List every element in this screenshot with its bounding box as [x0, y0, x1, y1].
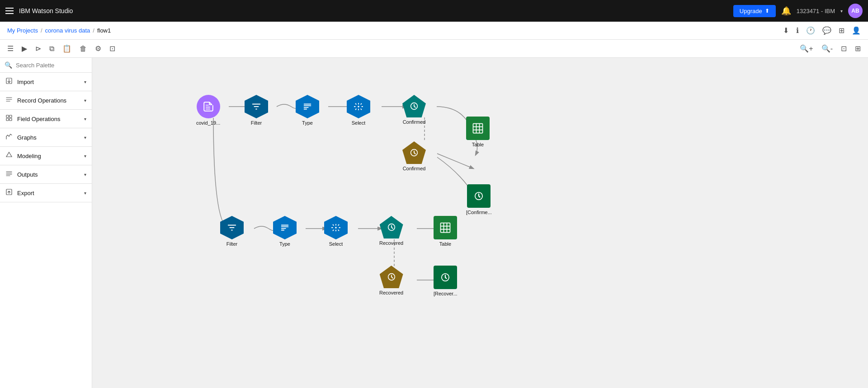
sidebar-field-ops-header[interactable]: Field Operations ▾	[0, 110, 92, 128]
node-recovered2-label: Recovered	[379, 290, 403, 295]
sidebar-section-export: Export ▾	[0, 184, 92, 202]
notification-icon[interactable]: 🔔	[781, 6, 791, 16]
sidebar-section-record-ops: Record Operations ▾	[0, 91, 92, 110]
sidebar-graphs-header[interactable]: Graphs ▾	[0, 128, 92, 146]
graphs-icon	[5, 133, 13, 142]
sidebar-import-header[interactable]: Import ▾	[0, 73, 92, 91]
node-recovered-output[interactable]: [Recover...	[434, 266, 458, 296]
user-settings-icon[interactable]: 👤	[852, 26, 861, 35]
breadcrumb-sep2: /	[93, 27, 94, 34]
toolbar: ☰ ▶ ⊳ ⧉ 📋 🗑 ⚙ ⊡ 🔍+ 🔍- ⊡ ⊞	[0, 40, 868, 58]
toolbar-preview-button[interactable]: ⊡	[106, 42, 119, 56]
import-label: Import	[17, 79, 80, 85]
upgrade-arrow-icon: ⬆	[765, 8, 769, 14]
node-select2[interactable]: Select	[324, 216, 348, 247]
svg-rect-2	[9, 115, 12, 117]
node-filter1-label: Filter	[251, 120, 262, 126]
toolbar-right: 🔍+ 🔍- ⊡ ⊞	[796, 42, 864, 56]
breadcrumb-actions: ⬇ ℹ 🕐 💬 ⊞ 👤	[783, 26, 861, 35]
svg-rect-25	[441, 223, 450, 233]
toolbar-side-panel-toggle[interactable]: ☰	[4, 42, 17, 56]
export-label: Export	[17, 190, 80, 196]
svg-rect-3	[6, 118, 9, 121]
node-filter2[interactable]: Filter	[220, 216, 244, 247]
zoom-out-button[interactable]: 🔍-	[818, 42, 836, 56]
toolbar-paste-button[interactable]: 📋	[59, 42, 75, 56]
canvas-area[interactable]: covid_19... Filter Type Select	[92, 58, 868, 388]
user-avatar[interactable]: AB	[848, 4, 863, 18]
toggle-view-button[interactable]: ⊞	[851, 42, 864, 56]
sidebar-outputs-header[interactable]: Outputs ▾	[0, 165, 92, 183]
node-confirmed-output-label: [Confirme...	[466, 210, 492, 215]
toolbar-copy-button[interactable]: ⧉	[46, 42, 58, 56]
sidebar-section-modeling: Modeling ▾	[0, 147, 92, 165]
outputs-label: Outputs	[17, 171, 80, 178]
search-palette-container: 🔍	[0, 58, 92, 73]
node-covid19[interactable]: covid_19...	[196, 95, 220, 126]
modeling-icon	[5, 151, 13, 160]
node-table2[interactable]: Table	[434, 216, 457, 247]
field-ops-icon	[5, 114, 13, 123]
node-confirmed1[interactable]: Confirmed	[402, 95, 426, 125]
collaborate-icon[interactable]: ⊞	[839, 26, 844, 35]
account-dropdown-icon[interactable]: ▾	[840, 9, 843, 14]
record-ops-caret-icon: ▾	[84, 98, 86, 103]
toolbar-delete-button[interactable]: 🗑	[76, 42, 90, 56]
node-recovered1[interactable]: Recovered	[379, 216, 403, 246]
sidebar-record-ops-header[interactable]: Record Operations ▾	[0, 91, 92, 109]
toolbar-run-selected-button[interactable]: ⊳	[32, 42, 45, 56]
node-select1[interactable]: Select	[347, 95, 370, 126]
node-filter2-label: Filter	[226, 241, 237, 247]
sidebar-modeling-header[interactable]: Modeling ▾	[0, 147, 92, 165]
outputs-caret-icon: ▾	[84, 172, 86, 177]
comment-icon[interactable]: 💬	[822, 26, 831, 35]
svg-rect-4	[9, 118, 12, 121]
breadcrumb-sep1: /	[41, 27, 42, 34]
sidebar-section-outputs: Outputs ▾	[0, 165, 92, 184]
sidebar-section-graphs: Graphs ▾	[0, 128, 92, 147]
info-icon[interactable]: ℹ	[796, 26, 799, 35]
node-table1-label: Table	[472, 142, 484, 147]
toolbar-run-button[interactable]: ▶	[18, 42, 31, 56]
graphs-caret-icon: ▾	[84, 135, 86, 140]
breadcrumb-dataset-link[interactable]: corona virus data	[45, 27, 90, 34]
zoom-in-button[interactable]: 🔍+	[796, 42, 816, 56]
sidebar-export-header[interactable]: Export ▾	[0, 184, 92, 202]
topnav-right-section: Upgrade ⬆ 🔔 1323471 - IBM ▾ AB	[733, 4, 863, 18]
node-confirmed-output[interactable]: [Confirme...	[466, 184, 492, 215]
outputs-icon	[5, 170, 13, 179]
node-recovered2[interactable]: Recovered	[379, 266, 403, 295]
svg-point-22	[335, 227, 337, 229]
sidebar-section-field-ops: Field Operations ▾	[0, 110, 92, 128]
search-icon: 🔍	[5, 61, 12, 69]
upgrade-button[interactable]: Upgrade ⬆	[733, 5, 776, 17]
toolbar-settings-button[interactable]: ⚙	[91, 42, 105, 56]
svg-rect-1	[6, 115, 9, 117]
node-filter1[interactable]: Filter	[245, 95, 268, 126]
history-icon[interactable]: 🕐	[806, 26, 815, 35]
node-type1-label: Type	[302, 120, 313, 126]
node-confirmed1-label: Confirmed	[403, 119, 426, 125]
breadcrumb-bar: My Projects / corona virus data / flow1 …	[0, 22, 868, 40]
download-icon[interactable]: ⬇	[783, 26, 789, 35]
svg-line-11	[437, 154, 473, 168]
breadcrumb-projects-link[interactable]: My Projects	[7, 27, 38, 34]
node-confirmed2[interactable]: Confirmed	[402, 141, 426, 171]
node-covid19-label: covid_19...	[196, 120, 220, 126]
node-table1[interactable]: Table	[466, 117, 490, 147]
fit-to-page-button[interactable]: ⊡	[837, 42, 850, 56]
node-type1[interactable]: Type	[296, 95, 319, 126]
breadcrumb-flow: flow1	[97, 27, 111, 34]
svg-marker-5	[6, 152, 12, 157]
record-ops-label: Record Operations	[17, 97, 80, 104]
hamburger-menu[interactable]	[5, 8, 14, 14]
account-label: 1323471 - IBM	[797, 8, 835, 14]
search-palette-input[interactable]	[16, 62, 87, 69]
node-type2[interactable]: Type	[273, 216, 297, 247]
node-confirmed2-label: Confirmed	[403, 166, 426, 171]
main-layout: 🔍 Import ▾ Record Operations ▾	[0, 58, 868, 388]
svg-rect-20	[473, 124, 483, 133]
export-caret-icon: ▾	[84, 191, 86, 196]
svg-point-17	[358, 106, 359, 108]
node-recovered1-label: Recovered	[379, 240, 403, 246]
